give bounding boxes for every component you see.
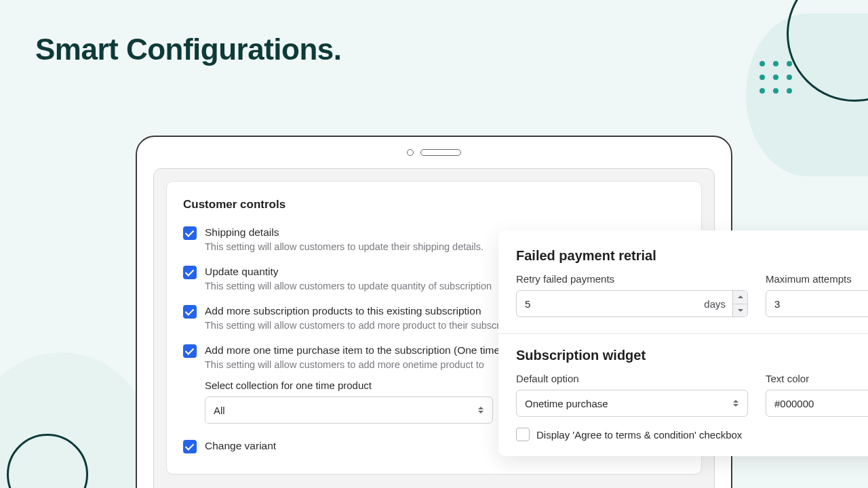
speaker-icon [420,149,461,156]
option-label: Shipping details [205,226,484,239]
text-color-label: Text color [766,373,868,384]
device-top-bar [137,137,731,168]
option-desc: This setting will allow customers to upd… [205,281,492,291]
failed-payment-heading: Failed payment retrial [516,248,868,264]
subscription-widget-heading: Subscription widget [516,348,868,363]
stepper-up-button[interactable] [733,291,747,304]
retry-days-input[interactable] [517,291,697,317]
retry-days-unit: days [697,291,732,317]
checkbox-change-variant[interactable] [183,440,197,453]
retry-days-input-group: days [516,290,748,317]
terms-checkbox-row[interactable]: Display 'Agree to terms & condition' che… [516,428,868,441]
retry-days-stepper [732,291,747,317]
option-desc: This setting will allow customers to upd… [205,241,484,252]
stepper-down-button[interactable] [733,304,747,317]
collection-select[interactable]: All [205,396,493,424]
max-attempts-label: Maximum attempts [766,273,868,285]
updown-icon [477,405,484,415]
divider [498,333,868,334]
option-desc: This setting will allow customers to add… [205,320,524,331]
checkbox-shipping-details[interactable] [183,226,197,240]
default-option-select[interactable]: Onetime purchase [516,390,748,417]
terms-checkbox[interactable] [516,428,530,441]
camera-icon [407,149,414,156]
settings-float-panel: Failed payment retrial Retry failed paym… [498,230,868,456]
checkbox-add-onetime-item[interactable] [183,344,197,358]
decoration-dots-grid [760,61,793,95]
default-option-value: Onetime purchase [525,398,608,409]
retry-label: Retry failed payments [516,273,748,285]
updown-icon [732,398,739,409]
customer-controls-heading: Customer controls [183,198,685,211]
default-option-label: Default option [516,373,748,384]
option-label: Change variant [205,440,276,452]
page-title: Smart Configurations. [35,33,342,66]
checkbox-add-subscription-products[interactable] [183,305,197,319]
collection-select-value: All [214,405,225,416]
option-label: Update quantity [205,266,492,278]
checkbox-update-quantity[interactable] [183,266,197,279]
terms-checkbox-label: Display 'Agree to terms & condition' che… [536,429,742,441]
option-label: Add more subscription products to this e… [205,305,524,317]
max-attempts-input[interactable] [766,290,868,317]
text-color-input[interactable] [766,390,868,417]
